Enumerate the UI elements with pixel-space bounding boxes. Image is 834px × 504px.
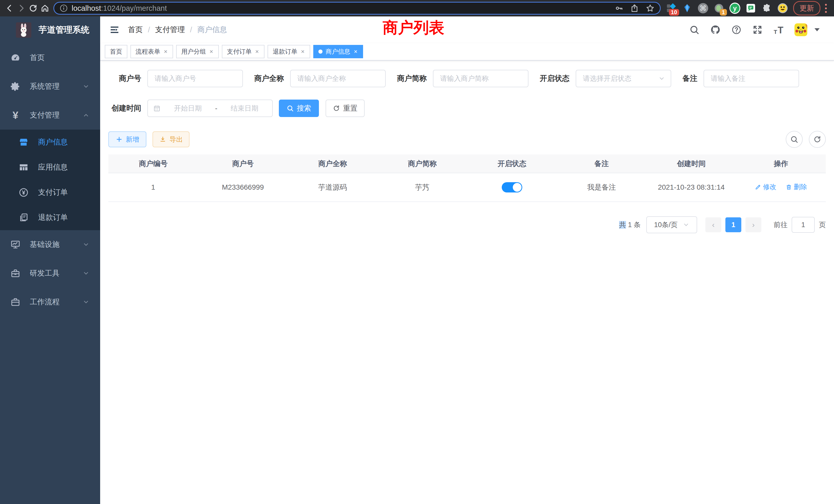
github-icon[interactable] <box>710 25 721 35</box>
sidebar-item-pay[interactable]: ¥ 支付管理 <box>0 101 100 130</box>
merchant-no-input[interactable] <box>147 70 243 87</box>
export-button[interactable]: 导出 <box>153 131 190 147</box>
remark-input[interactable] <box>704 70 799 87</box>
plus-icon <box>115 136 123 143</box>
tab-refund-order[interactable]: 退款订单× <box>267 45 310 58</box>
bookmark-star-icon[interactable] <box>645 4 655 13</box>
url-host: localhost <box>72 4 101 12</box>
sidebar-item-label: 退款订单 <box>38 212 68 223</box>
back-icon[interactable] <box>4 2 16 14</box>
edit-link[interactable]: 修改 <box>755 182 776 191</box>
pagination-total: 共 1 条 <box>619 220 641 229</box>
page-button-1[interactable]: 1 <box>725 217 741 232</box>
tab-process-form[interactable]: 流程表单× <box>130 45 173 58</box>
page-info-icon[interactable] <box>59 4 68 13</box>
create-time-range-picker[interactable]: 开始日期 - 结束日期 <box>147 99 273 117</box>
fullscreen-icon[interactable] <box>752 25 763 35</box>
close-icon[interactable]: × <box>353 48 358 55</box>
share-icon[interactable] <box>630 4 639 13</box>
extension-command-icon[interactable]: ⌘ <box>698 3 708 14</box>
pay-order-icon <box>19 187 29 198</box>
calendar-icon <box>153 105 161 112</box>
close-icon[interactable]: × <box>255 48 259 55</box>
filter-label-create-time: 创建时间 <box>108 103 141 113</box>
trash-icon <box>786 184 792 190</box>
jump-page-input[interactable] <box>792 217 815 233</box>
short-name-input[interactable] <box>433 70 528 87</box>
filter-row-2: 创建时间 开始日期 - 结束日期 搜索 重置 <box>108 99 826 117</box>
reset-button[interactable]: 重置 <box>326 99 365 117</box>
extension-gem-icon[interactable] <box>682 3 693 14</box>
edit-link-label: 修改 <box>763 182 776 191</box>
breadcrumb-home[interactable]: 首页 <box>128 25 143 35</box>
table-row: 1 M233666999 芋道源码 芋艿 我是备注 2021-10-23 08:… <box>108 173 826 202</box>
extension-green-dot-icon[interactable]: 1 <box>714 3 724 14</box>
add-button[interactable]: 新增 <box>108 131 146 147</box>
breadcrumb-separator: / <box>148 26 150 34</box>
sidebar-item-label: 支付管理 <box>30 110 60 120</box>
extension-y-icon[interactable]: y <box>729 3 740 14</box>
browser-menu-kebab-icon[interactable] <box>825 4 827 13</box>
sidebar-item-system[interactable]: 系统管理 <box>0 72 100 101</box>
tab-label: 流程表单 <box>136 47 160 56</box>
search-icon[interactable] <box>689 25 699 35</box>
url-bar[interactable]: localhost:1024/pay/merchant <box>53 2 661 15</box>
status-toggle[interactable] <box>502 182 522 192</box>
gear-icon <box>10 81 21 92</box>
breadcrumb-separator: / <box>190 26 192 34</box>
sidebar-item-pay-order[interactable]: 支付订单 <box>0 180 100 205</box>
refresh-icon <box>333 105 340 112</box>
next-page-button[interactable]: › <box>745 217 761 232</box>
tab-pay-order[interactable]: 支付订单× <box>222 45 264 58</box>
cell-remark: 我是备注 <box>557 173 646 202</box>
tab-home[interactable]: 首页 <box>105 45 127 58</box>
reload-icon[interactable] <box>27 2 39 14</box>
cell-merchant-no: M233666999 <box>198 173 288 202</box>
font-size-icon[interactable]: TT <box>773 25 784 35</box>
sidebar-item-merchant-info[interactable]: 商户信息 <box>0 130 100 155</box>
key-icon[interactable] <box>615 4 623 13</box>
close-icon[interactable]: × <box>163 48 168 55</box>
help-icon[interactable] <box>731 25 742 35</box>
chevron-down-icon <box>658 75 665 82</box>
sidebar-item-app-info[interactable]: 应用信息 <box>0 155 100 180</box>
sidebar-item-dev-tools[interactable]: 研发工具 <box>0 259 100 288</box>
profile-emoji-icon[interactable] <box>777 3 788 14</box>
forward-icon[interactable] <box>16 2 27 14</box>
sidebar-item-label: 支付订单 <box>38 187 68 198</box>
close-icon[interactable]: × <box>301 48 305 55</box>
home-icon[interactable] <box>39 2 51 14</box>
table-header-row: 商户编号 商户号 商户全称 商户简称 开启状态 备注 创建时间 操作 <box>108 155 826 173</box>
sidebar-menu: 首页 系统管理 ¥ 支付管理 商户信息 应用信息 <box>0 43 100 316</box>
search-button[interactable]: 搜索 <box>279 99 319 117</box>
full-name-input[interactable] <box>290 70 386 87</box>
hamburger-icon[interactable] <box>109 25 120 35</box>
close-icon[interactable]: × <box>209 48 214 55</box>
extension-chat-icon[interactable] <box>745 3 756 14</box>
tab-user-group[interactable]: 用户分组× <box>176 45 219 58</box>
sidebar-item-infra[interactable]: 基础设施 <box>0 230 100 259</box>
chevron-down-icon <box>83 83 89 90</box>
sidebar-item-refund-order[interactable]: 退款订单 <box>0 205 100 230</box>
caret-down-icon[interactable] <box>814 28 820 31</box>
extension-blue-diamond-icon[interactable]: 10 <box>666 3 677 14</box>
refund-doc-icon <box>19 212 29 223</box>
delete-link[interactable]: 删除 <box>786 182 807 191</box>
extensions-puzzle-icon[interactable] <box>761 3 772 14</box>
app-logo[interactable]: 芋道管理系统 <box>0 17 100 43</box>
cell-create-time: 2021-10-23 08:31:14 <box>646 173 736 202</box>
sidebar-item-workflow[interactable]: 工作流程 <box>0 288 100 316</box>
cell-short-name: 芋艿 <box>377 173 467 202</box>
breadcrumb-pay[interactable]: 支付管理 <box>155 25 185 35</box>
toggle-search-button[interactable] <box>786 131 803 148</box>
page-size-select[interactable]: 10条/页 <box>646 216 697 233</box>
avatar[interactable] <box>794 23 807 36</box>
browser-update-button[interactable]: 更新 <box>793 1 820 16</box>
refresh-table-button[interactable] <box>809 131 826 148</box>
tab-merchant-info[interactable]: 商户信息× <box>313 45 363 58</box>
sidebar-item-home[interactable]: 首页 <box>0 43 100 72</box>
sidebar-item-label: 基础设施 <box>30 239 60 250</box>
status-select[interactable]: 请选择开启状态 <box>576 70 671 87</box>
prev-page-button[interactable]: ‹ <box>705 217 721 232</box>
refresh-icon <box>813 135 821 143</box>
